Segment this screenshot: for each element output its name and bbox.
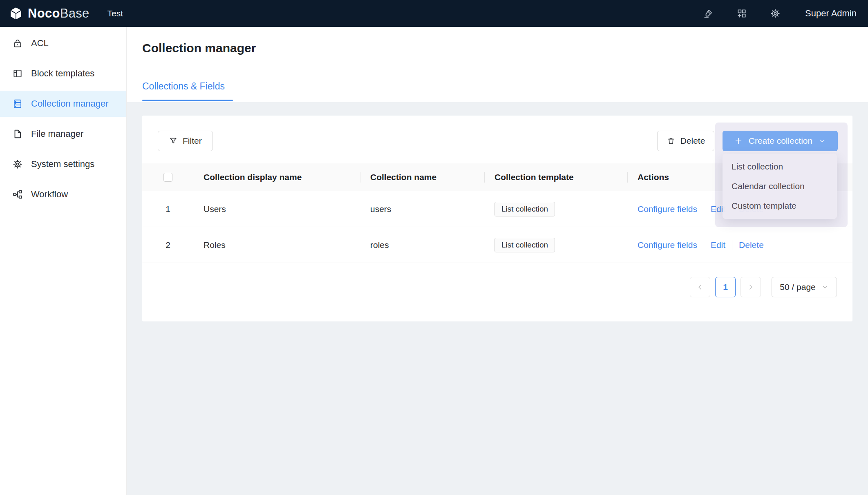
- column-header-template: Collection template: [485, 172, 628, 182]
- pagination-page-1[interactable]: 1: [715, 277, 736, 297]
- sidebar-item-collection-manager[interactable]: Collection manager: [0, 91, 126, 117]
- page-size-value: 50 / page: [780, 282, 816, 292]
- filter-button-label: Filter: [183, 136, 202, 146]
- action-divider: [704, 204, 704, 214]
- cell-name: users: [360, 204, 485, 214]
- cell-display-name: Users: [194, 204, 360, 214]
- sidebar-item-file-manager[interactable]: File manager: [0, 121, 126, 147]
- sidebar-item-workflow[interactable]: Workflow: [0, 181, 126, 207]
- bulk-delete-button[interactable]: Delete: [657, 131, 714, 151]
- chevron-left-icon: [696, 283, 704, 291]
- app-window: NocoBase Test Super Admin ACL: [0, 0, 868, 495]
- trash-icon: [667, 136, 676, 145]
- menu-item-calendar-collection[interactable]: Calendar collection: [723, 176, 837, 196]
- chevron-down-icon: [818, 137, 826, 145]
- pagination-next-button[interactable]: [740, 277, 761, 297]
- highlighter-icon[interactable]: [703, 8, 714, 19]
- lock-icon: [12, 38, 23, 49]
- logo-text-bold: Noco: [28, 6, 60, 21]
- configure-fields-link[interactable]: Configure fields: [638, 204, 697, 214]
- block-icon: [12, 68, 23, 79]
- sidebar-item-label: Collection manager: [31, 98, 109, 109]
- cell-template: List collection: [485, 202, 628, 216]
- cell-name: roles: [360, 240, 485, 250]
- action-divider: [704, 240, 704, 250]
- funnel-icon: [169, 136, 178, 145]
- select-all-cell: [142, 173, 194, 182]
- row-index[interactable]: 2: [142, 240, 194, 250]
- template-tag: List collection: [494, 238, 555, 252]
- row-index[interactable]: 1: [142, 204, 194, 214]
- delete-button-label: Delete: [680, 136, 705, 146]
- database-icon: [12, 98, 23, 109]
- create-collection-label: Create collection: [749, 136, 812, 146]
- create-collection-button[interactable]: Create collection: [723, 131, 838, 151]
- create-collection-menu: List collection Calendar collection Cust…: [723, 154, 837, 219]
- logo-wordmark: NocoBase: [28, 6, 89, 21]
- edit-link[interactable]: Edit: [711, 240, 725, 250]
- cube-logo-icon: [8, 6, 24, 21]
- settings-sidebar: ACL Block templates Collection manager F…: [0, 27, 127, 495]
- sidebar-item-label: ACL: [31, 38, 49, 49]
- cell-template: List collection: [485, 238, 628, 252]
- chevron-down-icon: [821, 283, 829, 291]
- page-size-select[interactable]: 50 / page: [772, 277, 837, 297]
- chevron-right-icon: [747, 283, 755, 291]
- top-navbar: NocoBase Test Super Admin: [0, 0, 868, 27]
- logo-text-light: Base: [60, 6, 89, 21]
- tab-collections-and-fields[interactable]: Collections & Fields: [142, 81, 225, 92]
- select-all-checkbox[interactable]: [163, 173, 172, 182]
- gear-icon: [12, 159, 23, 169]
- appstore-add-icon[interactable]: [736, 8, 747, 19]
- sidebar-item-label: Workflow: [31, 189, 68, 200]
- page-title: Collection manager: [142, 41, 256, 55]
- workflow-icon: [12, 189, 23, 200]
- menu-item-list-collection[interactable]: List collection: [723, 157, 837, 176]
- current-user-menu[interactable]: Super Admin: [805, 8, 857, 19]
- table-row: 2 Roles roles List collection Configure …: [142, 227, 852, 263]
- menu-item-custom-template[interactable]: Custom template: [723, 196, 837, 216]
- header-menu-item-test[interactable]: Test: [107, 9, 123, 18]
- pagination: 1 50 / page: [690, 277, 837, 297]
- pagination-prev-button[interactable]: [690, 277, 710, 297]
- cell-display-name: Roles: [194, 240, 360, 250]
- sidebar-item-system-settings[interactable]: System settings: [0, 151, 126, 177]
- filter-button[interactable]: Filter: [158, 131, 213, 151]
- cell-actions: Configure fields Edit Delete: [628, 240, 852, 250]
- action-divider: [732, 240, 732, 250]
- header-right-group: Super Admin: [703, 8, 857, 19]
- nocobase-logo: NocoBase: [8, 6, 89, 21]
- column-header-display-name: Collection display name: [194, 172, 360, 182]
- sidebar-item-block-templates[interactable]: Block templates: [0, 60, 126, 87]
- sidebar-item-label: Block templates: [31, 68, 94, 79]
- create-collection-dropdown: Create collection List collection Calend…: [715, 123, 848, 227]
- page-head-background: [127, 27, 868, 102]
- sidebar-item-label: File manager: [31, 129, 83, 139]
- sidebar-item-label: System settings: [31, 159, 94, 169]
- column-header-name: Collection name: [360, 172, 485, 182]
- delete-link[interactable]: Delete: [739, 240, 764, 250]
- sidebar-item-acl[interactable]: ACL: [0, 30, 126, 56]
- template-tag: List collection: [494, 202, 555, 216]
- active-tab-underline: [142, 100, 233, 101]
- configure-fields-link[interactable]: Configure fields: [638, 240, 697, 250]
- plus-icon: [734, 136, 743, 145]
- file-icon: [12, 129, 23, 139]
- gear-icon[interactable]: [770, 8, 781, 19]
